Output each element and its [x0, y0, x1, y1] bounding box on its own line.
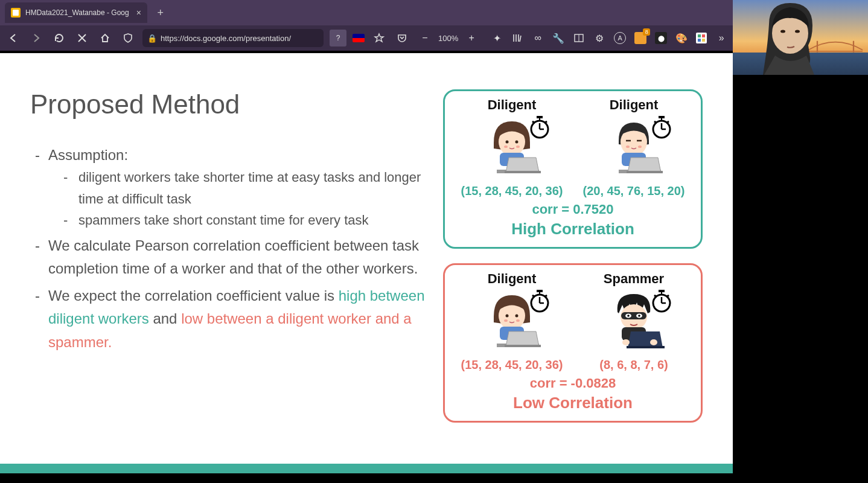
zoom-out-button[interactable]: −: [416, 30, 433, 46]
correlation-value: corr = -0.0828: [451, 376, 695, 391]
lock-icon: 🔒: [147, 34, 157, 43]
correlation-label: Low Correlation: [451, 394, 695, 412]
bullet-expect-pre: We expect the correlation coefficient va…: [48, 287, 339, 304]
svg-point-49: [516, 319, 520, 322]
low-correlation-card: Diligent: [443, 263, 703, 423]
svg-point-46: [506, 315, 509, 318]
slide-title: Proposed Method: [30, 89, 443, 120]
worker-numbers: (20, 45, 76, 15, 20): [582, 184, 685, 198]
bullet-pearson: We calculate Pearson correlation coeffic…: [30, 234, 443, 281]
svg-rect-9: [702, 39, 705, 42]
worker-label: Diligent: [610, 97, 659, 113]
url-text: https://docs.google.com/presentation/: [161, 34, 291, 43]
spammer-worker: Spammer: [576, 271, 691, 372]
star-icon: [374, 33, 385, 43]
bullet-assumption: Assumption:: [48, 147, 128, 163]
a-ext-icon[interactable]: A: [614, 32, 626, 44]
gear-ext-icon[interactable]: ⚙: [593, 32, 605, 44]
svg-point-47: [515, 315, 519, 318]
viewport: Proposed Method Assumption: diligent wor…: [0, 51, 868, 483]
flag-icon[interactable]: [353, 32, 365, 44]
zoom-level: 100%: [438, 34, 458, 43]
svg-point-21: [516, 146, 520, 148]
svg-rect-24: [505, 171, 541, 173]
back-button[interactable]: [5, 30, 22, 46]
reload-button[interactable]: [51, 30, 68, 46]
orange-ext-icon[interactable]: [634, 32, 646, 44]
slide-figure-column: Diligent: [443, 89, 703, 461]
svg-rect-61: [621, 312, 646, 319]
svg-point-75: [795, 30, 800, 33]
diligent-woman-icon: [479, 289, 545, 353]
bookmark-button[interactable]: [371, 30, 388, 46]
diligent-worker-2: Diligent: [576, 97, 691, 198]
bullet-list: Assumption: diligent workers take shorte…: [30, 144, 443, 354]
arrow-left-icon: [8, 33, 19, 43]
worker-label: Diligent: [488, 97, 537, 113]
svg-rect-8: [698, 39, 701, 42]
svg-point-65: [638, 315, 640, 317]
svg-point-48: [504, 319, 508, 322]
slides-favicon-icon: [11, 8, 21, 18]
reload-icon: [54, 33, 65, 43]
close-tab-icon[interactable]: ×: [136, 8, 141, 18]
slide-text-column: Proposed Method Assumption: diligent wor…: [30, 89, 443, 461]
worker-numbers: (15, 28, 45, 20, 36): [461, 358, 563, 372]
url-bar[interactable]: 🔒 https://docs.google.com/presentation/: [142, 29, 324, 47]
presentation-area[interactable]: Proposed Method Assumption: diligent wor…: [0, 51, 733, 483]
svg-point-69: [650, 339, 657, 345]
new-tab-button[interactable]: +: [152, 4, 169, 21]
bullet-assumption-2: spammers take short constant time for ev…: [48, 210, 443, 231]
zoom-controls: − 100% +: [416, 30, 480, 46]
diligent-woman-icon: [479, 115, 545, 179]
flower-ext-icon[interactable]: 🎨: [675, 32, 688, 44]
library-ext-icon[interactable]: [511, 32, 523, 44]
svg-rect-6: [698, 34, 701, 37]
mask-ext-icon[interactable]: ∞: [532, 32, 544, 44]
slide-footer-bar: [0, 464, 733, 473]
dark-ext-icon[interactable]: ⬤: [655, 32, 667, 44]
scissors-icon: [77, 33, 88, 43]
diligent-worker-3: Diligent: [455, 271, 569, 372]
reader-ext-icon[interactable]: [573, 32, 585, 44]
help-button[interactable]: ?: [330, 30, 346, 46]
forward-button[interactable]: [28, 30, 45, 46]
right-black-panel: [733, 51, 868, 483]
svg-rect-67: [627, 346, 665, 348]
correlation-label: High Correlation: [451, 220, 695, 238]
slide: Proposed Method Assumption: diligent wor…: [0, 53, 733, 473]
browser-window: HMData2021_Watanabe - Goog × +: [0, 0, 868, 483]
pocket-button[interactable]: [394, 30, 410, 46]
browser-tab[interactable]: HMData2021_Watanabe - Goog ×: [5, 2, 147, 23]
correlation-value: corr = 0.7520: [451, 202, 695, 217]
svg-point-33: [626, 146, 630, 148]
webcam-overlay: [733, 0, 868, 75]
presenter-silhouette-icon: [757, 0, 823, 75]
svg-rect-7: [702, 34, 705, 37]
arrow-right-icon: [31, 33, 42, 43]
svg-point-18: [506, 141, 509, 144]
overflow-ext-icon[interactable]: »: [715, 32, 727, 44]
worker-numbers: (8, 6, 8, 7, 6): [599, 358, 668, 372]
svg-rect-37: [627, 171, 663, 173]
pocket-icon: [397, 33, 407, 43]
shield-button[interactable]: [120, 30, 136, 46]
home-button[interactable]: [97, 30, 113, 46]
svg-point-34: [638, 146, 642, 148]
svg-rect-52: [505, 345, 541, 347]
bullet-expect: We expect the correlation coefficient va…: [30, 284, 443, 354]
zoom-in-button[interactable]: +: [463, 30, 480, 46]
sparkle-ext-icon[interactable]: ✦: [491, 32, 503, 44]
svg-point-64: [627, 315, 630, 317]
wrench-ext-icon[interactable]: 🔧: [552, 32, 564, 44]
home-icon: [100, 33, 110, 43]
tab-title: HMData2021_Watanabe - Goog: [25, 8, 129, 17]
shield-icon: [123, 33, 133, 43]
worker-numbers: (15, 28, 45, 20, 36): [461, 184, 563, 198]
svg-point-20: [504, 146, 508, 148]
spammer-thief-icon: [601, 289, 667, 353]
svg-point-68: [622, 339, 630, 345]
colors-ext-icon[interactable]: [696, 33, 707, 43]
diligent-worker-1: Diligent: [455, 97, 569, 198]
devtools-button[interactable]: [74, 30, 91, 46]
